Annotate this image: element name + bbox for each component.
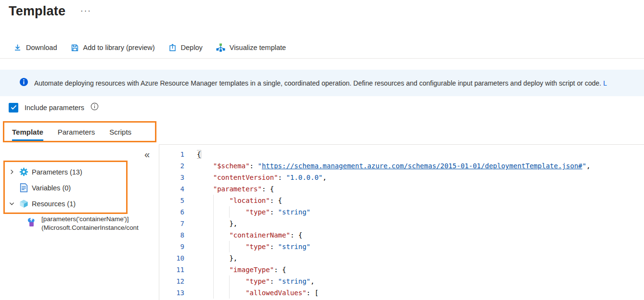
indent-guide [213,195,214,206]
chevron-right-icon[interactable] [8,168,15,176]
code-token: "imageType" [229,266,274,274]
include-parameters-label: Include parameters [25,104,84,112]
code-editor[interactable]: 1{2 "$schema": "https://schema.managemen… [159,144,644,300]
indent-guide [229,275,230,287]
code-token: [ [314,289,318,297]
code-content: "type": "string" [197,206,644,218]
line-number: 4 [159,183,184,195]
code-token: "type" [245,208,270,216]
tab-template[interactable]: Template [12,128,43,141]
download-button[interactable]: Download [13,44,57,52]
code-token: : [274,266,282,274]
code-content: "location": { [197,195,644,206]
code-line: 13 "allowedValues": [ [159,287,644,299]
page-title: Template [9,4,65,19]
code-token: "containerName" [229,231,290,239]
banner-learn-more-link[interactable]: L [603,79,607,87]
toolbar: Download Add to library (preview) Deploy… [13,40,286,55]
chevron-down-icon[interactable] [8,200,15,208]
tree-item-variables[interactable]: Variables (0) [8,180,152,196]
code-line: 4 "parameters": { [159,183,644,195]
code-token: "allowedValues" [245,289,306,297]
code-token: : [250,162,258,170]
code-line: 8 "containerName": { [159,229,644,241]
tab-bar: Template Parameters Scripts [12,123,131,141]
code-token: : [270,277,278,285]
code-token: " [582,162,586,170]
info-banner: Automate deploying resources with Azure … [0,70,644,96]
resource-name: [parameters('containerName')] [41,215,139,224]
code-token: }, [229,220,237,227]
code-token: "string" [278,208,310,216]
toolbar-item-label: Deploy [181,44,203,51]
code-line: 6 "type": "string" [159,206,644,218]
add-to-library-button[interactable]: Add to library (preview) [71,44,155,52]
indent-guide [213,206,214,218]
indent-guide [213,241,214,252]
code-token: "contentVersion" [213,174,278,181]
code-token: "string" [278,277,310,285]
collapse-panel-button[interactable]: « [144,149,150,160]
line-number: 6 [159,206,184,218]
code-line: 7 }, [159,218,644,229]
tabs-annotation-box: Template Parameters Scripts [3,121,156,142]
tree-item-parameters[interactable]: Parameters (13) [8,164,152,180]
code-content: }, [197,218,644,229]
include-parameters-checkbox[interactable] [9,103,18,112]
code-token: : [262,185,270,193]
code-token: { [270,185,274,193]
code-token: }, [229,254,237,262]
code-token: : [278,174,286,181]
info-outline-icon[interactable] [90,102,99,112]
code-content: "containerName": { [197,229,644,241]
line-number: 9 [159,241,184,252]
code-content: }, [197,252,644,264]
line-number: 8 [159,229,184,241]
code-line: 5 "location": { [159,195,644,206]
toolbar-divider [0,58,644,59]
deploy-button[interactable]: Deploy [168,44,203,52]
toolbar-item-label: Visualize template [230,44,286,51]
tree-item-label: Resources (1) [32,200,76,208]
visualize-template-button[interactable]: Visualize template [216,43,286,52]
code-line: 10 }, [159,252,644,264]
deploy-icon [168,44,177,52]
code-token: , [322,174,326,181]
code-content: "allowedValues": [ [197,287,644,299]
info-icon [19,77,28,88]
code-token: : [270,208,278,216]
code-content: { [197,149,644,160]
code-line: 9 "type": "string" [159,241,644,252]
code-token: , [586,162,590,170]
code-token: , [310,277,314,285]
code-token: : [270,197,278,204]
indent-guide [213,287,214,299]
resource-type: (Microsoft.ContainerInstance/cont [41,224,139,232]
code-token: : [270,243,278,250]
indent-guide [229,241,230,252]
code-content: "parameters": { [197,183,644,195]
line-number: 12 [159,275,184,287]
line-number: 3 [159,172,184,183]
code-token: "1.0.0.0" [286,174,322,181]
include-parameters-row: Include parameters [9,102,99,112]
schema-url-link[interactable]: https://schema.management.azure.com/sche… [262,162,582,170]
indent-guide [213,229,214,241]
save-icon [71,44,79,52]
more-options-button[interactable]: ··· [80,6,91,16]
code-content: "$schema": "https://schema.management.az… [197,160,644,172]
code-token: { [298,231,302,239]
indent-guide [213,264,214,275]
tab-parameters[interactable]: Parameters [58,128,95,141]
code-token: "location" [229,197,270,204]
toolbar-item-label: Download [26,44,57,51]
tree-resource-item[interactable]: [parameters('containerName')] (Microsoft… [25,215,159,232]
tree-item-resources[interactable]: Resources (1) [8,196,152,212]
tab-scripts[interactable]: Scripts [109,128,131,141]
indent-guide [213,275,214,287]
line-number: 5 [159,195,184,206]
tree-item-label: Variables (0) [32,184,71,192]
toolbar-item-label: Add to library (preview) [83,44,155,51]
code-token: : [307,289,315,297]
line-number: 10 [159,252,184,264]
